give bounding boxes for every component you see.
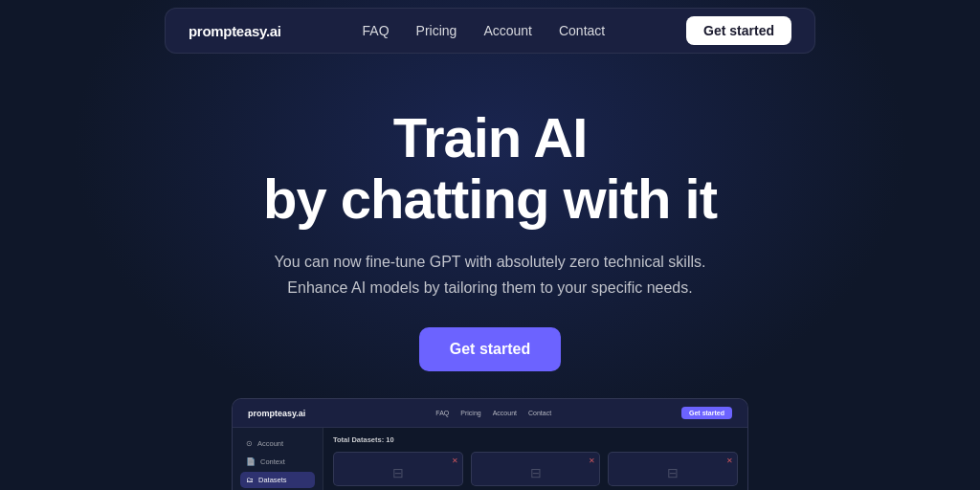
navbar: prompteasy.ai FAQ Pricing Account Contac… <box>0 0 980 61</box>
nav-link-faq[interactable]: FAQ <box>363 23 390 38</box>
preview-cards: ✕ ⊟ ✕ ⊟ ✕ ⊟ <box>333 452 738 486</box>
hero-title: Train AI by chatting with it <box>263 107 717 230</box>
preview-sidebar-account: ⊙ Account <box>240 435 315 452</box>
preview-nav-pricing: Pricing <box>460 410 480 416</box>
context-icon: 📄 <box>246 457 256 466</box>
preview-card-2-close[interactable]: ✕ <box>589 457 595 465</box>
hero-title-line2: by chatting with it <box>263 167 717 230</box>
preview-nav-links: FAQ Pricing Account Contact <box>435 410 551 416</box>
preview-card-1-close[interactable]: ✕ <box>452 457 458 465</box>
nav-link-account[interactable]: Account <box>483 23 532 38</box>
preview-card-3-icon: ⊟ <box>667 465 679 480</box>
nav-links: FAQ Pricing Account Contact <box>363 23 606 38</box>
preview-main-title: Total Datasets: 10 <box>333 435 738 444</box>
preview-sidebar: ⊙ Account 📄 Context 🗂 Datasets <box>233 428 323 490</box>
account-icon: ⊙ <box>246 439 253 448</box>
hero-subtitle: You can now fine-tune GPT with absolutel… <box>275 249 706 301</box>
nav-link-pricing[interactable]: Pricing <box>416 23 457 38</box>
hero-subtitle-line2: Enhance AI models by tailoring them to y… <box>287 279 692 296</box>
brand-logo: prompteasy.ai <box>189 23 281 39</box>
hero-subtitle-line1: You can now fine-tune GPT with absolutel… <box>275 254 706 270</box>
datasets-icon: 🗂 <box>246 476 254 484</box>
preview-sidebar-datasets-label: Datasets <box>258 476 287 484</box>
preview-sidebar-datasets: 🗂 Datasets <box>240 472 315 488</box>
preview-sidebar-context-label: Context <box>260 457 285 466</box>
preview-card-2: ✕ ⊟ <box>471 452 601 486</box>
preview-card-3: ✕ ⊟ <box>608 452 738 486</box>
hero-title-line1: Train AI <box>393 106 588 168</box>
preview-sidebar-account-label: Account <box>257 439 283 448</box>
app-preview: prompteasy.ai FAQ Pricing Account Contac… <box>232 398 748 490</box>
preview-navbar: prompteasy.ai FAQ Pricing Account Contac… <box>233 399 747 428</box>
preview-content: ⊙ Account 📄 Context 🗂 Datasets Total Dat… <box>233 428 747 490</box>
preview-brand: prompteasy.ai <box>248 409 305 418</box>
preview-nav-faq: FAQ <box>435 410 449 416</box>
navbar-inner: prompteasy.ai FAQ Pricing Account Contac… <box>165 8 815 54</box>
hero-section: Train AI by chatting with it You can now… <box>0 61 980 371</box>
preview-main: Total Datasets: 10 ✕ ⊟ ✕ ⊟ ✕ ⊟ <box>323 428 747 490</box>
preview-nav-contact: Contact <box>528 410 551 416</box>
preview-cta-button[interactable]: Get started <box>681 407 732 419</box>
preview-nav-account: Account <box>493 410 517 416</box>
preview-card-1-icon: ⊟ <box>392 465 404 480</box>
preview-sidebar-context: 📄 Context <box>240 454 315 470</box>
preview-card-3-close[interactable]: ✕ <box>726 457 733 465</box>
preview-card-1: ✕ ⊟ <box>333 452 463 486</box>
nav-cta-button[interactable]: Get started <box>686 16 791 45</box>
nav-link-contact[interactable]: Contact <box>559 23 605 38</box>
preview-card-2-icon: ⊟ <box>530 465 542 480</box>
hero-cta-button[interactable]: Get started <box>419 327 561 371</box>
